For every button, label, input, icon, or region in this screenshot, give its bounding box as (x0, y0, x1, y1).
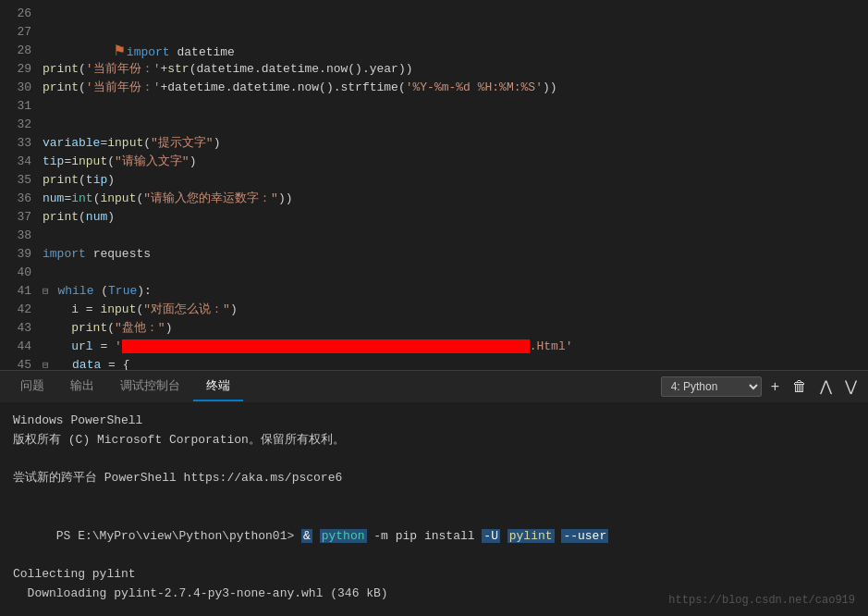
code-line-28: 28 ⚑import datetime (0, 41, 868, 59)
code-line: 31 (0, 96, 868, 115)
code-line-35: 35 print(tip) (0, 170, 868, 189)
collapse-icon-2[interactable]: ⊟ (43, 359, 49, 371)
code-line-30: 30 print('当前年份：'+datetime.datetime.now()… (0, 78, 868, 96)
terminal-line: 尝试新的跨平台 PowerShell https://aka.ms/pscore… (13, 469, 855, 488)
tab-problems[interactable]: 问题 (7, 372, 57, 401)
panel-down-button[interactable]: ⋁ (841, 377, 861, 396)
collapse-icon[interactable]: ⊟ (43, 285, 49, 297)
code-line-39: 39 import requests (0, 244, 868, 263)
code-editor: 26 27 28 ⚑import datetime 29 print('当前年份… (0, 0, 868, 370)
code-line-44: 44 url = ' .Html' (0, 337, 868, 355)
terminal-line: Windows PowerShell (13, 412, 855, 431)
terminal-line: Collecting pylint (13, 565, 855, 585)
tab-debug-console[interactable]: 调试控制台 (107, 372, 193, 401)
tab-output[interactable]: 输出 (57, 372, 107, 401)
code-line-37: 37 print(num) (0, 207, 868, 226)
code-line: 38 (0, 226, 868, 244)
app-container: 26 27 28 ⚑import datetime 29 print('当前年份… (0, 0, 868, 616)
code-line-33: 33 variable=input("提示文字") (0, 133, 868, 152)
code-lines: 26 27 28 ⚑import datetime 29 print('当前年份… (0, 0, 868, 370)
tab-terminal[interactable]: 终端 (193, 372, 243, 401)
terminal-select[interactable]: 4: Python 1: PowerShell 2: cmd 3: bash (661, 376, 762, 397)
code-line-42: 42 i = input("对面怎么说：") (0, 300, 868, 318)
delete-terminal-button[interactable]: 🗑 (789, 377, 811, 396)
code-line: 32 (0, 115, 868, 133)
code-line-34: 34 tip=input("请输入文字") (0, 152, 868, 170)
code-line-41: 41 ⊟ while (True): (0, 281, 868, 300)
new-terminal-button[interactable]: + (767, 377, 783, 396)
tab-bar-right: 4: Python 1: PowerShell 2: cmd 3: bash +… (661, 376, 861, 397)
watermark: https://blog.csdn.net/cao919 (668, 594, 855, 607)
terminal-line (13, 488, 855, 508)
code-line-45: 45 ⊟ data = { (0, 355, 868, 370)
terminal-line (13, 450, 855, 470)
panel-up-button[interactable]: ⋀ (816, 377, 836, 396)
terminal-area: Windows PowerShell 版权所有 (C) Microsoft Co… (0, 402, 868, 616)
tab-bar: 问题 输出 调试控制台 终端 4: Python 1: PowerShell 2… (0, 370, 868, 402)
code-line: 26 (0, 4, 868, 22)
code-line: 40 (0, 263, 868, 281)
terminal-command-line: PS E:\MyPro\view\Python\python01> & pyth… (13, 508, 855, 565)
code-line-36: 36 num=int(input("请输入您的幸运数字：")) (0, 189, 868, 207)
terminal-line: 版权所有 (C) Microsoft Corporation。保留所有权利。 (13, 431, 855, 450)
code-line-43: 43 print("盘他：") (0, 318, 868, 337)
